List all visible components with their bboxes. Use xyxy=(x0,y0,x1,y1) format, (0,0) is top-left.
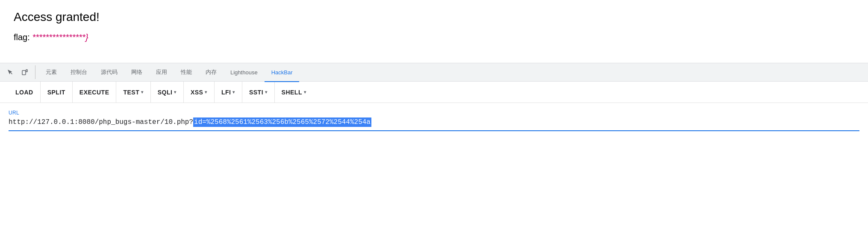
access-granted-message: Access granted! xyxy=(14,10,854,24)
sqli-dropdown-arrow: ▾ xyxy=(174,90,177,94)
hackbar-execute-button[interactable]: EXECUTE xyxy=(73,82,117,103)
devtools-toolbar: 元素 控制台 源代码 网络 应用 性能 内存 Lighthouse HackBa… xyxy=(0,63,868,82)
hackbar-xss-button[interactable]: XSS ▾ xyxy=(184,82,215,103)
devtools-tabs: 元素 控制台 源代码 网络 应用 性能 内存 Lighthouse HackBa… xyxy=(39,63,299,82)
lfi-dropdown-arrow: ▾ xyxy=(232,90,235,94)
url-section: URL http://127.0.0.1:8080/php_bugs-maste… xyxy=(0,103,868,131)
hackbar-toolbar: LOAD SPLIT EXECUTE TEST ▾ SQLI ▾ XSS ▾ L… xyxy=(0,82,868,103)
page-content: Access granted! flag: ****************} xyxy=(0,0,868,49)
xss-dropdown-arrow: ▾ xyxy=(205,90,207,94)
hackbar-shell-button[interactable]: SHELL ▾ xyxy=(275,82,313,103)
device-toolbar-icon-button[interactable] xyxy=(18,65,32,79)
flag-value: ****************} xyxy=(32,32,88,42)
tab-application[interactable]: 应用 xyxy=(149,63,174,82)
cursor-icon-button[interactable] xyxy=(3,65,17,79)
svg-rect-1 xyxy=(26,70,27,72)
tab-memory[interactable]: 内存 xyxy=(199,63,224,82)
url-bar-container: http://127.0.0.1:8080/php_bugs-master/10… xyxy=(9,117,859,127)
tab-elements[interactable]: 元素 xyxy=(39,63,64,82)
shell-dropdown-arrow: ▾ xyxy=(304,90,306,94)
tab-hackbar[interactable]: HackBar xyxy=(265,63,300,82)
devtools-icon-group xyxy=(3,65,35,79)
tab-lighthouse[interactable]: Lighthouse xyxy=(224,63,265,82)
flag-label: flag: xyxy=(14,32,30,42)
url-selected-text[interactable]: id=%2568%2561%2563%256b%2565%2572%2544%2… xyxy=(193,117,371,127)
hackbar-load-button[interactable]: LOAD xyxy=(9,82,41,103)
test-dropdown-arrow: ▾ xyxy=(141,90,144,94)
hackbar-lfi-button[interactable]: LFI ▾ xyxy=(215,82,242,103)
tab-performance[interactable]: 性能 xyxy=(174,63,199,82)
hackbar-split-button[interactable]: SPLIT xyxy=(41,82,73,103)
tab-sources[interactable]: 源代码 xyxy=(94,63,124,82)
flag-line: flag: ****************} xyxy=(14,32,854,42)
url-underline xyxy=(9,130,859,131)
svg-rect-0 xyxy=(22,70,26,75)
hackbar-test-button[interactable]: TEST ▾ xyxy=(116,82,150,103)
ssti-dropdown-arrow: ▾ xyxy=(265,90,268,94)
url-plain-text: http://127.0.0.1:8080/php_bugs-master/10… xyxy=(9,118,193,126)
url-label: URL xyxy=(9,110,859,116)
hackbar-sqli-button[interactable]: SQLI ▾ xyxy=(151,82,184,103)
hackbar-ssti-button[interactable]: SSTI ▾ xyxy=(242,82,275,103)
tab-network[interactable]: 网络 xyxy=(124,63,149,82)
tab-console[interactable]: 控制台 xyxy=(64,63,94,82)
